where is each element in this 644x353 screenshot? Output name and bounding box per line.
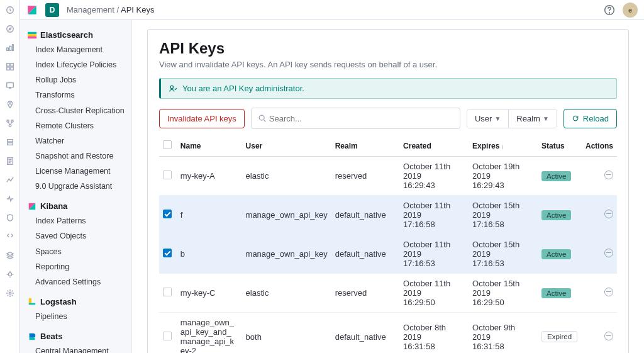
sidenav-item[interactable]: Central Management [24, 344, 131, 353]
invalidate-row-icon[interactable] [604, 332, 613, 340]
sidenav-item[interactable]: Remote Clusters [24, 118, 131, 133]
rail-icon-uptime[interactable] [5, 194, 15, 204]
row-checkbox[interactable] [163, 210, 172, 218]
svg-rect-14 [7, 140, 13, 142]
sidenav-item[interactable]: Spaces [24, 244, 131, 259]
rail-icon-discover[interactable] [5, 24, 15, 34]
col-name[interactable]: Name [177, 135, 242, 157]
rail-icon-siem[interactable] [5, 213, 15, 223]
sidenav-item[interactable]: Index Management [24, 42, 131, 57]
kibana-icon [28, 202, 36, 211]
nav-items-elasticsearch: Index ManagementIndex Lifecycle Policies… [24, 42, 131, 194]
svg-rect-5 [6, 64, 9, 66]
filter-user-button[interactable]: User▼ [467, 109, 508, 128]
rail-icon-apm[interactable] [5, 175, 15, 185]
row-checkbox[interactable] [163, 249, 172, 257]
beats-icon [28, 332, 36, 341]
rail-icon-dashboard[interactable] [5, 62, 15, 72]
sidenav-item[interactable]: Cross-Cluster Replication [24, 103, 131, 118]
rail-icon-ml[interactable] [5, 118, 15, 128]
sidenav-item[interactable]: Advanced Settings [24, 274, 131, 289]
sidenav-item[interactable]: Rollup Jobs [24, 72, 131, 87]
nav-section-logstash: Logstash Pipelines [24, 294, 131, 324]
user-avatar[interactable]: e [623, 3, 638, 18]
top-bar: D Management / API Keys e [20, 0, 644, 20]
sidenav-item[interactable]: 9.0 Upgrade Assistant [24, 179, 131, 194]
toolbar: Invalidate API keys User▼ Realm▼ Reload [159, 108, 617, 129]
col-realm[interactable]: Realm [331, 135, 399, 157]
rail-icon-recent[interactable] [5, 5, 15, 15]
cell-name: manage_own_api_key_and_manage_api_key-2 [177, 313, 242, 354]
rail-icon-visualize[interactable] [5, 43, 15, 53]
table-row: my-key-AelasticreservedOctober 11th 2019… [159, 157, 617, 196]
sidenav-item[interactable]: Pipelines [24, 309, 131, 324]
cell-realm: default_native [331, 196, 399, 235]
search-field[interactable] [251, 108, 460, 129]
rail-icon-logs[interactable] [5, 156, 15, 166]
filter-realm-button[interactable]: Realm▼ [508, 109, 556, 128]
help-icon[interactable] [604, 4, 615, 16]
invalidate-row-icon[interactable] [604, 249, 613, 257]
col-user[interactable]: User [242, 135, 331, 157]
sidenav-item[interactable]: Snapshot and Restore [24, 148, 131, 164]
api-keys-table: Name User Realm Created Expires↓ Status … [159, 135, 617, 353]
chevron-down-icon: ▼ [494, 115, 501, 122]
space-badge[interactable]: D [45, 3, 59, 17]
sidenav-item[interactable]: Transforms [24, 87, 131, 103]
cell-expires: October 15th 201917:16:58 [469, 196, 538, 235]
invalidate-button[interactable]: Invalidate API keys [159, 109, 245, 128]
row-checkbox[interactable] [163, 171, 172, 179]
breadcrumb-parent[interactable]: Management [67, 5, 114, 14]
cell-expires: October 9th 201916:31:58 [469, 313, 538, 354]
cell-user: both [242, 313, 331, 354]
rail-icon-monitoring[interactable] [5, 269, 15, 279]
rail-icon-canvas[interactable] [5, 81, 15, 91]
col-actions: Actions [582, 135, 617, 157]
svg-rect-23 [28, 36, 36, 38]
row-checkbox[interactable] [163, 288, 172, 296]
left-icon-rail [0, 0, 20, 353]
cell-created: October 11th 201917:16:58 [399, 196, 469, 235]
cell-realm: default_native [331, 235, 399, 274]
row-checkbox[interactable] [163, 332, 172, 340]
sidenav-item[interactable]: Index Lifecycle Policies [24, 57, 131, 72]
sidenav-item[interactable]: Index Patterns [24, 213, 131, 228]
svg-point-13 [9, 125, 11, 127]
cell-status: Active [538, 196, 582, 235]
svg-rect-3 [9, 46, 11, 50]
select-all-checkbox[interactable] [163, 140, 172, 149]
nav-section-kibana: Kibana Index PatternsSaved ObjectsSpaces… [24, 199, 131, 289]
invalidate-row-icon[interactable] [604, 210, 613, 218]
cell-created: October 11th 201916:29:50 [399, 274, 469, 313]
sidenav-item[interactable]: Reporting [24, 259, 131, 274]
rail-icon-stack[interactable] [5, 250, 15, 261]
sidenav-item[interactable]: Saved Objects [24, 228, 131, 244]
sort-down-icon: ↓ [501, 143, 504, 150]
col-expires[interactable]: Expires↓ [469, 135, 538, 157]
search-input[interactable] [267, 110, 453, 127]
cell-created: October 11th 201917:16:53 [399, 235, 469, 274]
rail-icon-management[interactable] [5, 288, 15, 298]
cell-user: manage_own_api_key [242, 196, 331, 235]
nav-items-beats: Central Management [24, 344, 131, 353]
cell-user: elastic [242, 157, 331, 196]
search-icon [258, 114, 267, 123]
svg-point-10 [9, 103, 11, 104]
management-sidenav: Elasticsearch Index ManagementIndex Life… [20, 20, 132, 353]
rail-icon-infra[interactable] [5, 137, 15, 147]
rail-icon-maps[interactable] [5, 99, 15, 109]
sidenav-item[interactable]: License Management [24, 164, 131, 179]
invalidate-row-icon[interactable] [604, 288, 613, 296]
col-created[interactable]: Created [399, 135, 469, 157]
invalidate-row-icon[interactable] [604, 171, 613, 179]
col-status[interactable]: Status [538, 135, 582, 157]
sidenav-item[interactable]: Watcher [24, 133, 131, 148]
breadcrumb-current: API Keys [121, 5, 154, 14]
cell-status: Expired [538, 313, 582, 354]
svg-rect-15 [7, 143, 13, 145]
reload-button[interactable]: Reload [564, 109, 617, 128]
svg-rect-7 [6, 67, 9, 70]
table-row: manage_own_api_key_and_manage_api_key-2b… [159, 313, 617, 354]
rail-icon-dev[interactable] [5, 232, 15, 242]
svg-point-20 [609, 12, 609, 13]
